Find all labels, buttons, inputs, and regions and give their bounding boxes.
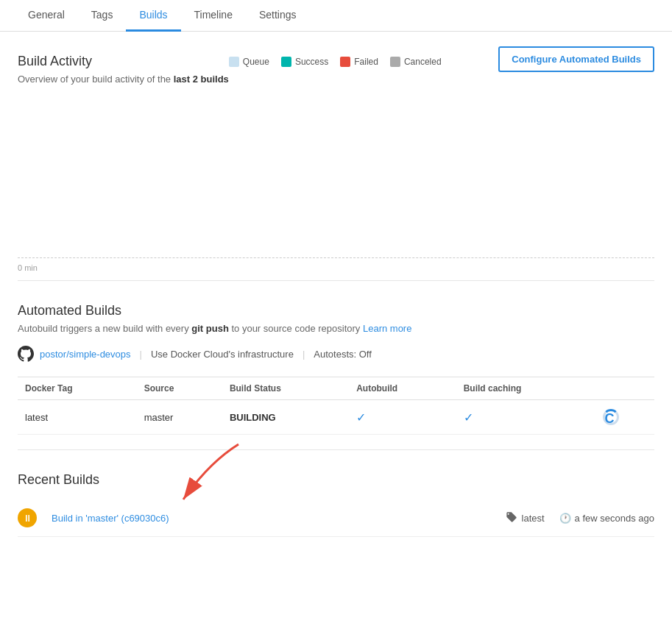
tab-timeline[interactable]: Timeline (181, 0, 246, 32)
table-row: latestmasterBUILDING✓✓C (18, 400, 654, 435)
repo-link[interactable]: postor/simple-devops (40, 349, 131, 360)
tab-builds[interactable]: Builds (126, 0, 180, 32)
recent-builds-title: Recent Builds (18, 472, 654, 488)
learn-more-link[interactable]: Learn more (363, 323, 411, 334)
autobuild-prefix: Autobuild triggers a new build with ever… (18, 323, 191, 334)
infra-text: Use Docker Cloud's infrastructure (151, 349, 294, 360)
th-source: Source (137, 377, 222, 400)
table-header-row: Docker Tag Source Build Status Autobuild… (18, 377, 654, 400)
subtitle-bold: last 2 builds (174, 74, 229, 85)
legend-dot-canceled (390, 57, 400, 67)
chart-area: 0 min (18, 126, 654, 258)
legend-dot-success (281, 57, 291, 67)
build-activity-subtitle: Overview of your build activity of the l… (18, 74, 229, 85)
caching-check-icon: ✓ (464, 411, 473, 424)
legend-item-queue: Queue (229, 57, 269, 67)
build-link[interactable]: Build in 'master' (c69030c6) (52, 513, 169, 524)
repo-line: postor/simple-devops | Use Docker Cloud'… (18, 346, 654, 362)
separator-2: | (303, 349, 305, 360)
automated-builds-subtitle: Autobuild triggers a new build with ever… (18, 323, 654, 334)
build-tag: latest (506, 511, 545, 525)
build-activity-title: Build Activity (18, 54, 229, 69)
y-axis-label: 0 min (18, 263, 38, 272)
docker-tag-cell: latest (18, 400, 137, 435)
configure-automated-builds-button[interactable]: Configure Automated Builds (498, 46, 654, 72)
automated-builds-title: Automated Builds (18, 303, 654, 318)
legend-label-failed: Failed (354, 57, 378, 67)
build-activity-section: Build Activity Overview of your build ac… (18, 54, 654, 281)
legend-item-failed: Failed (340, 57, 378, 67)
loading-cell: C (595, 400, 654, 435)
github-icon (18, 346, 34, 362)
separator-1: | (140, 349, 142, 360)
tab-general[interactable]: General (15, 0, 78, 32)
automated-builds-section: Automated Builds Autobuild triggers a ne… (18, 303, 654, 450)
build-activity-header-row: Build Activity Overview of your build ac… (18, 54, 498, 96)
legend-label-success: Success (295, 57, 328, 67)
tabs-bar: GeneralTagsBuildsTimelineSettings (0, 0, 672, 32)
subtitle-prefix: Overview of your build activity of the (18, 74, 174, 85)
th-docker-tag: Docker Tag (18, 377, 137, 400)
th-autobuild: Autobuild (349, 377, 456, 400)
build-tag-text: latest (522, 513, 545, 524)
tab-tags[interactable]: Tags (78, 0, 127, 32)
legend-item-canceled: Canceled (390, 57, 442, 67)
loading-spinner-icon: C (603, 409, 619, 425)
recent-build-item: ⏸Build in 'master' (c69030c6)latest🕐a fe… (18, 499, 654, 537)
tag-icon (506, 511, 517, 525)
th-build-caching: Build caching (456, 377, 595, 400)
legend-label-canceled: Canceled (404, 57, 442, 67)
build-time-text: a few seconds ago (575, 513, 654, 524)
build-status-icon: ⏸ (18, 508, 37, 527)
legend-label-queue: Queue (243, 57, 269, 67)
main-content: Configure Automated Builds Build Activit… (0, 32, 672, 552)
autobuild-cell: ✓ (349, 400, 456, 435)
recent-builds-list: ⏸Build in 'master' (c69030c6)latest🕐a fe… (18, 499, 654, 537)
build-caching-cell: ✓ (456, 400, 595, 435)
clock-icon: 🕐 (559, 513, 571, 524)
legend-item-success: Success (281, 57, 328, 67)
autobuild-suffix: to your source code repository (229, 323, 363, 334)
th-build-status: Build Status (222, 377, 349, 400)
builds-table: Docker Tag Source Build Status Autobuild… (18, 377, 654, 435)
autobuild-check-icon: ✓ (356, 411, 366, 424)
autobuild-bold: git push (191, 323, 229, 334)
building-status-text: BUILDING (230, 412, 276, 423)
autotests-text: Autotests: Off (314, 349, 372, 360)
build-time: 🕐a few seconds ago (559, 513, 654, 524)
legend-dot-queue (229, 57, 239, 67)
legend: QueueSuccessFailedCanceled (229, 57, 442, 67)
tab-settings[interactable]: Settings (246, 0, 310, 32)
legend-dot-failed (340, 57, 350, 67)
th-actions (595, 377, 654, 400)
build-status-cell: BUILDING (222, 400, 349, 435)
source-cell: master (137, 400, 222, 435)
recent-builds-section: Recent Builds ⏸Build in 'master' (c69030… (18, 472, 654, 537)
